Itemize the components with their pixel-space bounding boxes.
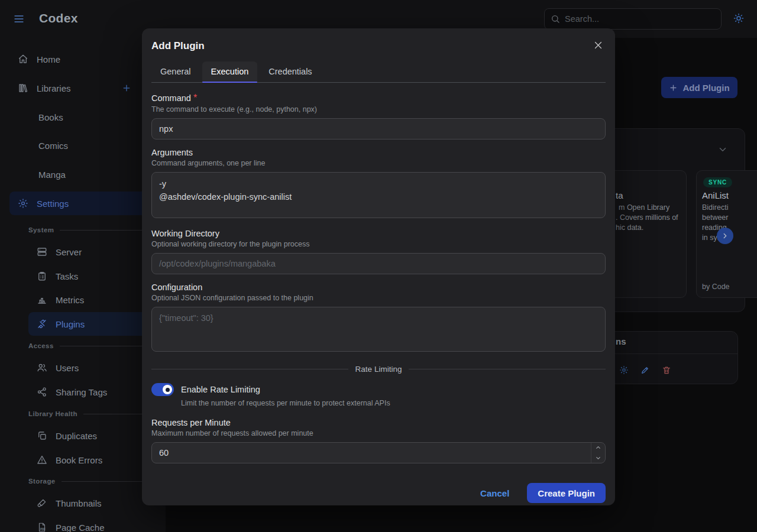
number-stepper <box>591 443 605 463</box>
arguments-help: Command arguments, one per line <box>151 159 606 167</box>
cancel-button[interactable]: Cancel <box>471 484 519 503</box>
edit-icon[interactable] <box>640 365 650 375</box>
plugin-card-description: . Covers millions of <box>616 213 678 223</box>
rate-limiting-divider: Rate Limiting <box>151 365 606 374</box>
plugin-card-description: m Open Library <box>619 203 669 213</box>
command-field-group: Command* The command to execute (e.g., n… <box>151 93 606 140</box>
carousel-next-button[interactable] <box>717 228 733 244</box>
enable-rate-limiting-row: Enable Rate Limiting <box>151 383 606 396</box>
command-input[interactable] <box>151 118 606 140</box>
execution-form: Command* The command to execute (e.g., n… <box>151 93 606 463</box>
required-asterisk: * <box>193 93 197 103</box>
tab-credentials[interactable]: Credentials <box>260 61 321 82</box>
trash-icon[interactable] <box>662 365 671 375</box>
requests-per-minute-input[interactable] <box>151 442 606 463</box>
arguments-textarea[interactable] <box>151 172 606 218</box>
plugin-card-title: AniList <box>702 190 729 200</box>
arguments-label: Arguments <box>151 148 606 157</box>
requests-per-minute-label: Requests per Minute <box>151 418 606 427</box>
stepper-down-icon[interactable] <box>591 453 605 463</box>
close-icon[interactable] <box>592 39 604 51</box>
modal-footer: Cancel Create Plugin <box>471 483 606 503</box>
enable-rate-limiting-label: Enable Rate Limiting <box>181 385 260 394</box>
plugin-card-description: hic data. <box>616 223 643 233</box>
plus-icon <box>669 83 678 92</box>
modal-title: Add Plugin <box>151 40 205 52</box>
enable-rate-limiting-help: Limit the number of requests per minute … <box>181 399 606 407</box>
installed-plugins-header: ns <box>616 336 626 346</box>
working-directory-label: Working Directory <box>151 229 606 238</box>
requests-per-minute-help: Maximum number of requests allowed per m… <box>151 429 606 437</box>
plugin-card-title: ta <box>616 190 623 200</box>
command-help: The command to execute (e.g., node, pyth… <box>151 105 606 113</box>
tab-execution[interactable]: Execution <box>202 61 258 82</box>
sync-badge: SYNC <box>703 177 732 187</box>
stepper-up-icon[interactable] <box>591 443 605 453</box>
add-plugin-modal: Add Plugin General Execution Credentials… <box>142 28 615 505</box>
add-plugin-button[interactable]: Add Plugin <box>661 77 737 98</box>
working-directory-field-group: Working Directory Optional working direc… <box>151 229 606 274</box>
configuration-field-group: Configuration Optional JSON configuratio… <box>151 283 606 354</box>
plugin-card-description: betweer <box>702 213 728 223</box>
working-directory-help: Optional working directory for the plugi… <box>151 240 606 248</box>
command-label: Command <box>151 93 191 103</box>
chevron-down-icon[interactable] <box>717 144 728 155</box>
requests-per-minute-field-group: Requests per Minute Maximum number of re… <box>151 418 606 463</box>
configuration-label: Configuration <box>151 283 606 292</box>
plugin-settings-icon[interactable] <box>619 365 629 375</box>
configuration-help: Optional JSON configuration passed to th… <box>151 294 606 302</box>
enable-rate-limiting-toggle[interactable] <box>151 383 174 396</box>
tab-general[interactable]: General <box>151 61 200 82</box>
plugin-card-description: Bidirecti <box>702 203 728 213</box>
arguments-field-group: Arguments Command arguments, one per lin… <box>151 148 606 220</box>
modal-tabs: General Execution Credentials <box>151 61 606 83</box>
plugin-card-byline: by Code <box>702 283 730 291</box>
chevron-right-icon <box>721 232 729 240</box>
create-plugin-button[interactable]: Create Plugin <box>527 483 606 503</box>
configuration-textarea[interactable] <box>151 307 606 352</box>
working-directory-input[interactable] <box>151 253 606 274</box>
